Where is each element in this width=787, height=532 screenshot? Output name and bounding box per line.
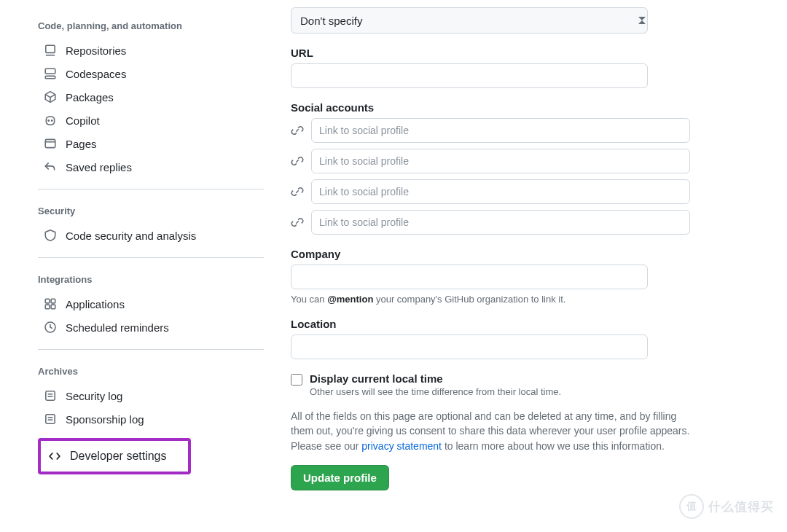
sidebar-item-label: Saved replies bbox=[66, 161, 132, 173]
repo-icon bbox=[44, 44, 57, 57]
sidebar-item-pages[interactable]: Pages bbox=[38, 132, 262, 155]
sidebar-item-copilot[interactable]: Copilot bbox=[38, 109, 262, 132]
company-input[interactable] bbox=[291, 265, 648, 289]
sidebar-item-label: Packages bbox=[66, 91, 114, 103]
group-title-integrations: Integrations bbox=[38, 268, 262, 291]
group-title-security: Security bbox=[38, 200, 262, 222]
sidebar-item-label: Copilot bbox=[66, 114, 100, 127]
location-label: Location bbox=[291, 318, 699, 330]
link-icon bbox=[291, 124, 304, 137]
watermark: 值 什么值得买 bbox=[679, 494, 774, 519]
pronouns-select[interactable]: Don't specify bbox=[291, 7, 648, 34]
divider bbox=[38, 349, 264, 350]
sidebar-item-repositories[interactable]: Repositories bbox=[38, 39, 262, 62]
svg-rect-2 bbox=[45, 69, 55, 74]
display-time-checkbox[interactable] bbox=[291, 374, 302, 386]
sidebar-item-label: Codespaces bbox=[66, 68, 126, 80]
social-input-4[interactable] bbox=[311, 210, 690, 235]
sidebar-item-label: Applications bbox=[66, 298, 125, 310]
group-list-archives: Security log Sponsorship log bbox=[38, 384, 262, 431]
svg-point-4 bbox=[48, 120, 49, 121]
company-label: Company bbox=[291, 248, 699, 260]
apps-icon bbox=[44, 297, 57, 310]
social-input-1[interactable] bbox=[311, 118, 690, 143]
company-help-mention: @mention bbox=[327, 294, 373, 305]
company-help-text: You can @mention your company's GitHub o… bbox=[291, 294, 699, 305]
group-list-security: Code security and analysis bbox=[38, 224, 262, 247]
svg-rect-3 bbox=[45, 76, 55, 78]
sidebar-item-developer-settings[interactable]: Developer settings bbox=[42, 442, 187, 470]
developer-settings-highlight: Developer settings bbox=[38, 438, 191, 474]
package-icon bbox=[44, 90, 57, 103]
sidebar-item-codespaces[interactable]: Codespaces bbox=[38, 62, 262, 85]
company-field: Company You can @mention your company's … bbox=[291, 248, 699, 305]
social-row-2 bbox=[291, 149, 699, 173]
social-input-2[interactable] bbox=[311, 149, 690, 173]
sidebar-item-security-log[interactable]: Security log bbox=[38, 384, 262, 407]
social-label: Social accounts bbox=[291, 101, 699, 114]
link-icon bbox=[291, 216, 304, 229]
svg-rect-11 bbox=[51, 305, 55, 309]
url-input[interactable] bbox=[291, 63, 648, 88]
sidebar-item-label: Code security and analysis bbox=[66, 230, 196, 242]
log-icon bbox=[44, 412, 57, 426]
divider bbox=[38, 257, 264, 258]
company-help-suffix: your company's GitHub organization to li… bbox=[373, 294, 565, 305]
link-icon bbox=[291, 154, 304, 168]
url-field: URL bbox=[291, 47, 699, 88]
log-icon bbox=[44, 389, 57, 402]
svg-rect-6 bbox=[45, 139, 55, 147]
sidebar-item-label: Repositories bbox=[66, 44, 126, 57]
sidebar-item-label: Security log bbox=[66, 390, 122, 402]
sidebar-item-packages[interactable]: Packages bbox=[38, 85, 262, 109]
reply-icon bbox=[44, 160, 57, 173]
sidebar-item-saved-replies[interactable]: Saved replies bbox=[38, 155, 262, 179]
clock-icon bbox=[44, 321, 57, 334]
shield-icon bbox=[44, 229, 57, 242]
consent-part2: to learn more about how we use this info… bbox=[442, 440, 665, 452]
url-label: URL bbox=[291, 47, 699, 59]
sidebar-item-scheduled-reminders[interactable]: Scheduled reminders bbox=[38, 316, 262, 339]
group-title-archives: Archives bbox=[38, 360, 262, 383]
sidebar-item-label: Sponsorship log bbox=[66, 413, 144, 426]
divider bbox=[38, 189, 264, 189]
display-time-label: Display current local time bbox=[310, 372, 443, 385]
update-profile-button[interactable]: Update profile bbox=[291, 465, 389, 490]
display-time-subtext: Other users will see the time difference… bbox=[310, 386, 561, 397]
settings-sidebar: Code, planning, and automation Repositor… bbox=[17, 0, 262, 505]
social-input-3[interactable] bbox=[311, 179, 690, 204]
sidebar-item-label: Scheduled reminders bbox=[66, 321, 169, 334]
social-accounts-field: Social accounts bbox=[291, 101, 699, 235]
social-row-1 bbox=[291, 118, 699, 143]
social-row-3 bbox=[291, 179, 699, 204]
sidebar-item-label: Developer settings bbox=[70, 450, 167, 463]
privacy-statement-link[interactable]: privacy statement bbox=[361, 440, 442, 452]
watermark-text: 什么值得买 bbox=[708, 498, 774, 515]
social-row-4 bbox=[291, 210, 699, 235]
browser-icon bbox=[44, 137, 57, 150]
location-field: Location bbox=[291, 318, 699, 359]
sidebar-item-sponsorship-log[interactable]: Sponsorship log bbox=[38, 407, 262, 431]
codespaces-icon bbox=[44, 67, 57, 80]
svg-rect-16 bbox=[46, 415, 55, 423]
svg-rect-0 bbox=[46, 45, 55, 52]
svg-rect-9 bbox=[51, 299, 55, 303]
group-title-code: Code, planning, and automation bbox=[38, 15, 262, 37]
svg-point-5 bbox=[52, 120, 52, 121]
link-icon bbox=[291, 185, 304, 198]
profile-form: Don't specify URL Social accounts bbox=[262, 0, 728, 505]
svg-rect-10 bbox=[45, 305, 50, 309]
location-input[interactable] bbox=[291, 335, 648, 359]
sidebar-item-applications[interactable]: Applications bbox=[38, 292, 262, 316]
group-list-code: Repositories Codespaces Packages Copilot… bbox=[38, 39, 262, 179]
svg-rect-8 bbox=[45, 299, 50, 303]
display-time-row: Display current local time Other users w… bbox=[291, 372, 699, 397]
pronouns-value: Don't specify bbox=[300, 15, 362, 27]
group-list-integrations: Applications Scheduled reminders bbox=[38, 292, 262, 339]
code-icon bbox=[48, 450, 61, 463]
watermark-circle: 值 bbox=[679, 494, 704, 519]
sidebar-item-code-security[interactable]: Code security and analysis bbox=[38, 224, 262, 247]
company-help-prefix: You can bbox=[291, 294, 327, 305]
svg-rect-13 bbox=[46, 391, 55, 400]
copilot-icon bbox=[44, 114, 57, 127]
